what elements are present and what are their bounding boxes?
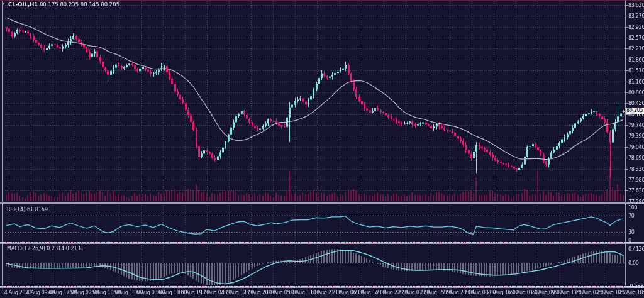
current-price-tag: 80.205 [626,108,644,114]
macd-axis-label: -0.688 [628,284,643,289]
price-axis-label: 78.330 [628,167,644,172]
price-axis-label: 80.450 [628,101,644,106]
macd-indicator-label: MACD(12,26,9) 0.2314 0.2131 [7,246,84,251]
chart-title: CL-OIL,H1 80.175 80.235 80.145 80.205 [8,2,119,8]
price-axis-label: 77.280 [628,199,644,205]
rsi-axis-label: 100 [628,205,637,211]
macd-axis-label: 0.4136 [628,246,644,252]
rsi-axis-label: 0 [628,238,631,243]
symbol-marker-icon: ▾ [3,1,5,6]
price-chart-canvas[interactable] [0,0,644,298]
rsi-axis-label: 30 [628,229,635,235]
price-axis-label: 77.630 [628,188,644,194]
trading-chart-window: ▾ CL-OIL,H1 80.175 80.235 80.145 80.205 … [0,0,644,298]
price-axis-label: 83.620 [628,3,644,8]
rsi-indicator-label: RSI(14) 61.8169 [7,207,48,212]
rsi-axis-label: 70 [628,213,635,219]
price-axis-label: 80.800 [628,90,644,96]
price-axis-label: 79.740 [628,123,644,128]
price-axis-label: 78.690 [628,155,644,161]
macd-axis-label: 0.00 [628,260,639,266]
chart-symbol-timeframe: CL-OIL,H1 [8,1,38,8]
bar-close-value: 80.205 [101,1,119,8]
bar-low-value: 80.145 [80,1,99,8]
price-axis-label: 81.160 [628,79,644,85]
price-axis-label: 77.980 [628,177,644,183]
price-axis-label: 81.510 [628,68,644,74]
time-axis-label: 25 Aug 18:00 [619,290,644,295]
price-axis-label: 82.570 [628,35,644,41]
bar-open-value: 80.175 [40,1,58,8]
price-axis-label: 81.860 [628,57,644,63]
bar-high-value: 80.235 [60,1,79,8]
price-axis-label: 79.040 [628,145,644,150]
price-axis-label: 82.210 [628,46,644,52]
price-axis-label: 83.270 [628,13,644,19]
price-axis-label: 79.390 [628,133,644,139]
price-axis-label: 82.920 [628,25,644,30]
